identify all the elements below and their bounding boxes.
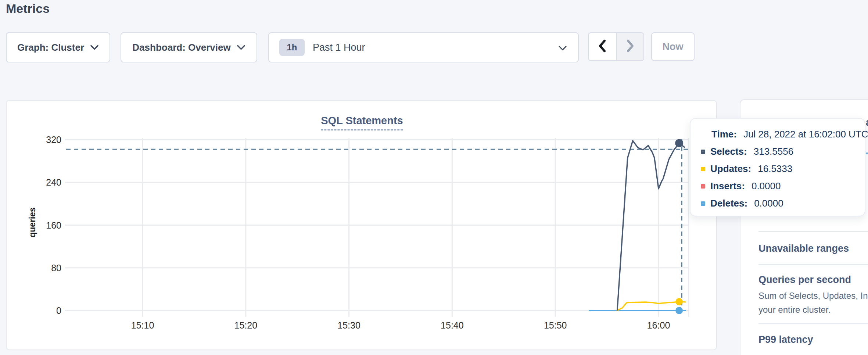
divider	[758, 231, 868, 232]
tooltip-time-value: Jul 28, 2022 at 16:02:00 UTC	[743, 129, 868, 140]
divider	[758, 323, 868, 324]
tooltip-time-label: Time:	[711, 129, 737, 140]
dashboard-dropdown[interactable]: Dashboard: Overview	[121, 32, 257, 62]
sidebar-item-description-line: Sum of Selects, Updates, Inserts	[758, 291, 868, 301]
updates-legend-swatch	[701, 167, 705, 171]
clipped-text-fragment: a	[866, 117, 868, 128]
sql-statements-chart-card	[6, 100, 717, 350]
chevron-down-icon	[237, 45, 245, 50]
next-window-button[interactable]	[616, 33, 644, 60]
time-range-badge: 1h	[279, 39, 305, 56]
graph-dropdown[interactable]: Graph: Cluster	[6, 32, 110, 62]
sidebar-item-p99-latency[interactable]: P99 latency	[758, 334, 813, 345]
tooltip-time-row: Time: Jul 28, 2022 at 16:02:00 UTC	[691, 126, 865, 143]
clipped-line-fragment	[866, 153, 868, 154]
page-title: Metrics	[6, 1, 50, 16]
tooltip-series-value: 313.5556	[754, 146, 793, 157]
tooltip-series-value: 0.0000	[752, 180, 781, 192]
divider	[758, 264, 868, 265]
sidebar-item-unavailable-ranges[interactable]: Unavailable ranges	[758, 243, 849, 254]
time-window-nav	[588, 32, 644, 61]
sidebar-item-queries-per-second[interactable]: Queries per second	[758, 274, 851, 286]
tooltip-series-label: Deletes:	[710, 198, 747, 209]
chart-title[interactable]: SQL Statements	[321, 115, 403, 130]
chevron-down-icon	[558, 46, 567, 51]
time-range-dropdown[interactable]: 1h Past 1 Hour	[268, 32, 579, 62]
deletes-legend-swatch	[701, 201, 705, 206]
tooltip-series-label: Updates:	[710, 163, 751, 175]
tooltip-row-selects: Selects: 313.5556	[691, 143, 865, 160]
y-axis-label: queries	[28, 207, 37, 237]
tooltip-series-value: 16.5333	[758, 163, 792, 175]
tooltip-series-label: Selects:	[710, 146, 747, 157]
prev-window-button[interactable]	[589, 33, 616, 60]
chevron-down-icon	[90, 45, 99, 50]
chevron-right-icon	[625, 38, 636, 55]
chart-hover-tooltip: Time: Jul 28, 2022 at 16:02:00 UTC Selec…	[690, 118, 865, 216]
dashboard-dropdown-label: Dashboard: Overview	[132, 42, 230, 53]
tooltip-row-inserts: Inserts: 0.0000	[691, 178, 865, 195]
graph-dropdown-label: Graph: Cluster	[17, 42, 84, 53]
tooltip-row-deletes: Deletes: 0.0000	[691, 195, 865, 212]
tooltip-series-label: Inserts:	[710, 180, 745, 192]
now-button-label: Now	[663, 41, 684, 53]
tooltip-series-value: 0.0000	[754, 198, 783, 209]
selects-legend-swatch	[701, 150, 705, 154]
inserts-legend-swatch	[701, 184, 705, 189]
tooltip-row-updates: Updates: 16.5333	[691, 160, 865, 178]
sidebar-item-description-line: your entire cluster.	[758, 305, 831, 315]
now-button[interactable]: Now	[651, 32, 695, 61]
time-range-label: Past 1 Hour	[313, 42, 365, 53]
chevron-left-icon	[597, 38, 608, 55]
